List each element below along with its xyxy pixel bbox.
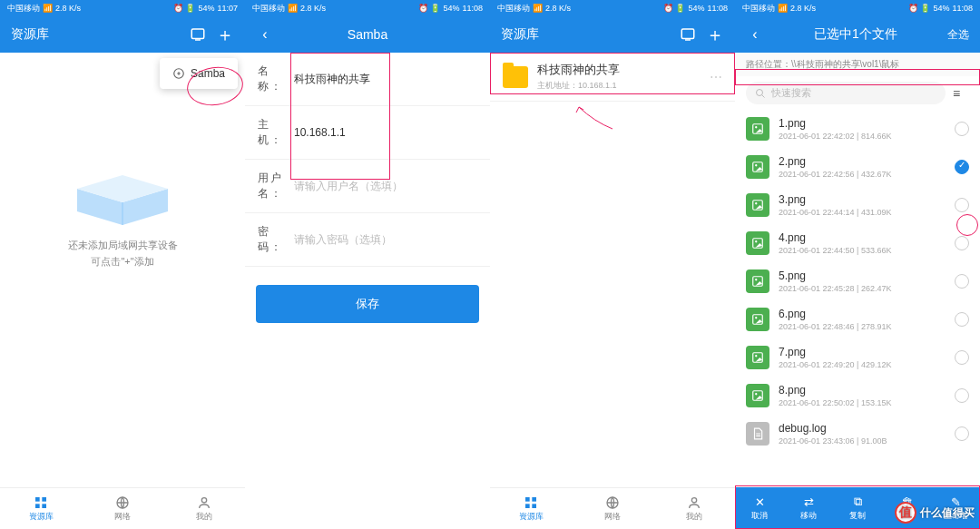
close-icon: ✕ (755, 495, 765, 509)
svg-rect-0 (191, 29, 204, 39)
grid-icon (524, 495, 538, 510)
file-name: 4.png (779, 231, 946, 244)
text-icon (746, 422, 769, 446)
host-field[interactable]: 10.168.1.1 (294, 126, 477, 139)
svg-point-27 (755, 317, 757, 318)
tab-lib[interactable]: 资源库 (490, 488, 572, 529)
status-bar: 中国移动📶2.8 K/s ⏰ 🔋54%11:08 (735, 0, 980, 16)
tab-mine[interactable]: 我的 (653, 488, 735, 529)
header: 资源库 ＋ (0, 16, 245, 53)
globe-icon (605, 495, 620, 510)
status-bar: 中国移动📶2.8 K/s ⏰ 🔋54%11:08 (490, 0, 735, 16)
svg-point-29 (755, 355, 757, 357)
pass-field[interactable]: 请输入密码（选填） (294, 232, 477, 248)
svg-rect-3 (42, 497, 46, 502)
file-row[interactable]: 8.png2021-06-01 22:50:02 | 153.15K (735, 377, 980, 415)
checkbox[interactable] (955, 236, 969, 250)
user-field[interactable]: 请输入用户名（选填） (294, 179, 477, 194)
svg-point-19 (755, 164, 757, 166)
file-meta: 2021-06-01 22:48:46 | 278.91K (779, 322, 946, 331)
select-all-button[interactable]: 全选 (947, 27, 969, 43)
tab-net[interactable]: 网络 (82, 488, 163, 529)
file-meta: 2021-06-01 22:42:02 | 814.66K (779, 132, 946, 141)
page-title: Samba (283, 27, 452, 42)
share-name: 科技雨神的共享 (537, 62, 701, 78)
checkbox[interactable] (955, 426, 969, 441)
row-user[interactable]: 用户名：请输入用户名（选填） (245, 160, 490, 213)
share-item[interactable]: 科技雨神的共享 主机地址：10.168.1.1 ⋯ (490, 53, 735, 102)
screen-samba-form: 中国移动📶2.8 K/s ⏰ 🔋54%11:08 ‹ Samba 名 称：科技雨… (245, 0, 490, 529)
sort-icon[interactable]: ≡ (953, 86, 969, 101)
tab-mine[interactable]: 我的 (163, 488, 245, 529)
user-icon (197, 495, 211, 510)
file-row[interactable]: 4.png2021-06-01 22:44:50 | 533.66K (735, 224, 980, 262)
copy-button[interactable]: ⧉复制 (833, 487, 882, 529)
file-row[interactable]: 2.png2021-06-01 22:42:56 | 432.67K (735, 148, 980, 186)
tabbar: 资源库 网络 我的 (0, 487, 245, 529)
cast-icon[interactable] (189, 25, 207, 44)
box-illustration (68, 152, 177, 225)
file-name: 7.png (779, 346, 946, 358)
file-row[interactable]: 5.png2021-06-01 22:45:28 | 262.47K (735, 262, 980, 300)
image-icon (746, 308, 769, 331)
row-pass[interactable]: 密 码：请输入密码（选填） (245, 213, 490, 267)
file-row[interactable]: 6.png2021-06-01 22:48:46 | 278.91K (735, 300, 980, 338)
watermark: 值 什么值得买 (895, 502, 975, 524)
more-icon[interactable]: ⋯ (710, 70, 722, 84)
status-bar: 中国移动📶2.8 K/s ⏰ 🔋54%11:07 (0, 0, 245, 16)
watermark-badge-icon: 值 (895, 502, 916, 524)
search-input[interactable]: 快速搜索 (746, 82, 946, 104)
file-name: 1.png (779, 117, 946, 130)
back-icon[interactable]: ‹ (256, 25, 274, 44)
file-meta: 2021-06-01 22:50:02 | 153.15K (779, 398, 946, 407)
checkbox[interactable] (955, 350, 969, 365)
file-row[interactable]: 3.png2021-06-01 22:44:14 | 431.09K (735, 186, 980, 224)
checkbox[interactable] (955, 160, 969, 174)
svg-point-25 (755, 279, 757, 280)
screen-lib-share: 中国移动📶2.8 K/s ⏰ 🔋54%11:08 资源库 ＋ 科技雨神的共享 主… (490, 0, 735, 529)
add-icon[interactable]: ＋ (216, 25, 234, 44)
file-meta: 2021-06-01 22:44:50 | 533.66K (779, 246, 946, 255)
row-host[interactable]: 主 机：10.168.1.1 (245, 106, 490, 160)
file-list: 1.png2021-06-01 22:42:02 | 814.66K2.png2… (735, 110, 980, 473)
save-button[interactable]: 保存 (256, 285, 479, 323)
file-meta: 2021-06-01 23:43:06 | 91.00B (779, 436, 946, 446)
cast-icon[interactable] (679, 25, 697, 44)
status-bar: 中国移动📶2.8 K/s ⏰ 🔋54%11:08 (245, 0, 490, 16)
checkbox[interactable] (955, 312, 969, 327)
svg-rect-5 (42, 504, 46, 508)
image-icon (746, 269, 769, 293)
empty-state: 还未添加局域网共享设备 可点击"+"添加 (0, 152, 245, 269)
name-field[interactable]: 科技雨神的共享 (294, 72, 477, 87)
svg-rect-2 (35, 497, 40, 502)
tab-lib[interactable]: 资源库 (0, 488, 82, 529)
svg-point-23 (755, 240, 757, 242)
file-row[interactable]: 1.png2021-06-01 22:42:02 | 814.66K (735, 110, 980, 148)
file-row[interactable]: debug.log2021-06-01 23:43:06 | 91.00B (735, 415, 980, 453)
user-icon (687, 495, 701, 510)
file-row[interactable]: 7.png2021-06-01 22:49:20 | 429.12K (735, 338, 980, 377)
share-sub: 主机地址：10.168.1.1 (537, 80, 701, 92)
header: ‹ Samba (245, 16, 490, 53)
file-name: 8.png (779, 384, 946, 397)
folder-icon (503, 66, 528, 88)
move-icon: ⇄ (804, 495, 814, 509)
checkbox[interactable] (955, 122, 969, 136)
screen-lib-empty: 中国移动📶2.8 K/s ⏰ 🔋54%11:07 资源库 ＋ Samba 还未添… (0, 0, 245, 529)
svg-rect-9 (525, 497, 530, 502)
checkbox[interactable] (955, 274, 969, 289)
file-meta: 2021-06-01 22:45:28 | 262.47K (779, 284, 946, 293)
row-name[interactable]: 名 称：科技雨神的共享 (245, 53, 490, 106)
svg-rect-4 (35, 504, 40, 508)
add-icon[interactable]: ＋ (706, 25, 724, 44)
cancel-button[interactable]: ✕取消 (735, 487, 784, 529)
dropdown-samba[interactable]: Samba (160, 58, 238, 89)
move-button[interactable]: ⇄移动 (784, 487, 833, 529)
image-icon (746, 117, 769, 141)
globe-icon (115, 495, 130, 510)
tab-net[interactable]: 网络 (572, 488, 653, 529)
checkbox[interactable] (955, 388, 969, 403)
file-name: debug.log (779, 422, 946, 435)
checkbox[interactable] (955, 198, 969, 212)
back-icon[interactable]: ‹ (746, 25, 764, 44)
